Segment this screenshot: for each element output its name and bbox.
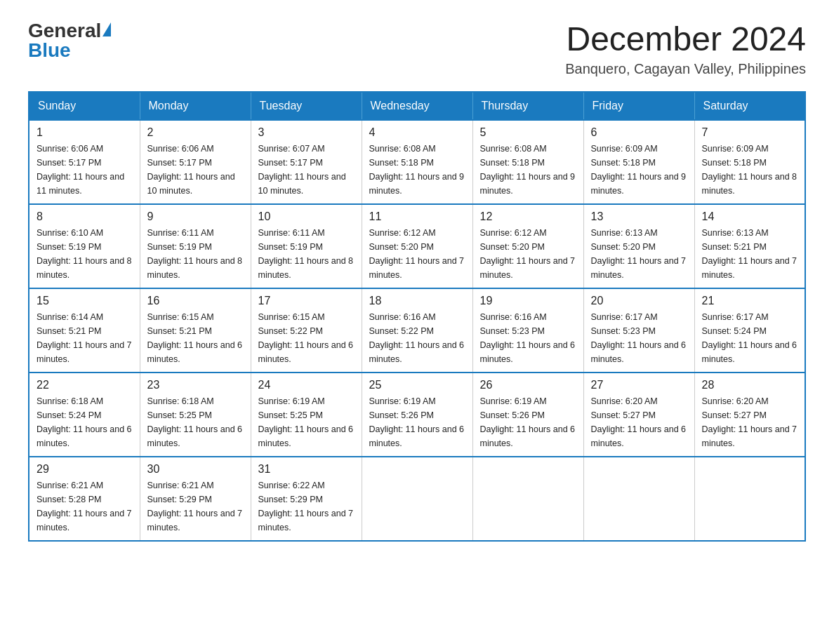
day-info: Sunrise: 6:06 AMSunset: 5:17 PMDaylight:… [37,142,133,198]
day-number: 2 [147,126,244,139]
month-title: December 2024 [565,21,806,58]
day-info: Sunrise: 6:09 AMSunset: 5:18 PMDaylight:… [591,142,687,198]
day-info: Sunrise: 6:15 AMSunset: 5:22 PMDaylight:… [258,310,355,366]
day-cell: 19Sunrise: 6:16 AMSunset: 5:23 PMDayligh… [472,288,583,373]
day-info: Sunrise: 6:19 AMSunset: 5:26 PMDaylight:… [369,394,465,450]
day-info: Sunrise: 6:21 AMSunset: 5:29 PMDaylight:… [147,478,244,535]
day-info: Sunrise: 6:19 AMSunset: 5:25 PMDaylight:… [258,394,355,450]
day-number: 7 [702,126,798,139]
day-number: 23 [147,379,244,391]
day-cell: 15Sunrise: 6:14 AMSunset: 5:21 PMDayligh… [29,288,140,373]
day-number: 14 [702,210,798,223]
day-info: Sunrise: 6:20 AMSunset: 5:27 PMDaylight:… [591,394,687,450]
day-info: Sunrise: 6:17 AMSunset: 5:23 PMDaylight:… [591,310,687,366]
day-cell: 10Sunrise: 6:11 AMSunset: 5:19 PMDayligh… [251,204,362,288]
day-number: 5 [480,126,576,139]
day-cell [583,457,694,541]
day-cell: 29Sunrise: 6:21 AMSunset: 5:28 PMDayligh… [29,457,140,541]
day-info: Sunrise: 6:06 AMSunset: 5:17 PMDaylight:… [147,142,244,198]
page-header: General Blue December 2024 Banquero, Cag… [28,21,806,77]
header-cell-friday: Friday [583,92,694,120]
day-info: Sunrise: 6:13 AMSunset: 5:20 PMDaylight:… [591,226,687,282]
day-cell: 23Sunrise: 6:18 AMSunset: 5:25 PMDayligh… [140,373,251,457]
day-cell [472,457,583,541]
day-cell: 27Sunrise: 6:20 AMSunset: 5:27 PMDayligh… [583,373,694,457]
day-cell: 20Sunrise: 6:17 AMSunset: 5:23 PMDayligh… [583,288,694,373]
day-cell: 21Sunrise: 6:17 AMSunset: 5:24 PMDayligh… [694,288,805,373]
logo-general-text: General [28,21,101,41]
day-number: 11 [369,210,465,223]
logo-box: General Blue [28,21,111,60]
week-row-2: 8Sunrise: 6:10 AMSunset: 5:19 PMDaylight… [29,204,805,288]
day-cell: 1Sunrise: 6:06 AMSunset: 5:17 PMDaylight… [29,120,140,204]
day-info: Sunrise: 6:14 AMSunset: 5:21 PMDaylight:… [37,310,133,366]
day-cell: 3Sunrise: 6:07 AMSunset: 5:17 PMDaylight… [251,120,362,204]
week-row-3: 15Sunrise: 6:14 AMSunset: 5:21 PMDayligh… [29,288,805,373]
header-cell-thursday: Thursday [472,92,583,120]
day-number: 27 [591,379,687,391]
week-row-1: 1Sunrise: 6:06 AMSunset: 5:17 PMDaylight… [29,120,805,204]
day-cell: 11Sunrise: 6:12 AMSunset: 5:20 PMDayligh… [362,204,472,288]
logo-triangle-icon [102,22,111,36]
day-cell: 18Sunrise: 6:16 AMSunset: 5:22 PMDayligh… [362,288,472,373]
day-info: Sunrise: 6:15 AMSunset: 5:21 PMDaylight:… [147,310,244,366]
day-info: Sunrise: 6:13 AMSunset: 5:21 PMDaylight:… [702,226,798,282]
day-info: Sunrise: 6:22 AMSunset: 5:29 PMDaylight:… [258,478,355,535]
day-cell: 8Sunrise: 6:10 AMSunset: 5:19 PMDaylight… [29,204,140,288]
header-cell-saturday: Saturday [694,92,805,120]
day-cell: 4Sunrise: 6:08 AMSunset: 5:18 PMDaylight… [362,120,472,204]
day-cell: 6Sunrise: 6:09 AMSunset: 5:18 PMDaylight… [583,120,694,204]
day-cell: 16Sunrise: 6:15 AMSunset: 5:21 PMDayligh… [140,288,251,373]
day-number: 21 [702,295,798,307]
day-number: 15 [37,295,133,307]
day-info: Sunrise: 6:16 AMSunset: 5:22 PMDaylight:… [369,310,465,366]
day-number: 13 [591,210,687,223]
day-number: 26 [480,379,576,391]
header-cell-wednesday: Wednesday [362,92,472,120]
day-cell: 17Sunrise: 6:15 AMSunset: 5:22 PMDayligh… [251,288,362,373]
day-number: 12 [480,210,576,223]
logo-row: General [28,21,111,41]
header-cell-sunday: Sunday [29,92,140,120]
day-number: 9 [147,210,244,223]
day-cell [362,457,472,541]
calendar-table: SundayMondayTuesdayWednesdayThursdayFrid… [28,91,806,542]
day-cell: 22Sunrise: 6:18 AMSunset: 5:24 PMDayligh… [29,373,140,457]
day-info: Sunrise: 6:10 AMSunset: 5:19 PMDaylight:… [37,226,133,282]
day-number: 3 [258,126,355,139]
day-number: 20 [591,295,687,307]
day-info: Sunrise: 6:11 AMSunset: 5:19 PMDaylight:… [147,226,244,282]
day-number: 4 [369,126,465,139]
day-number: 30 [147,463,244,476]
logo-blue-text: Blue [28,41,111,60]
day-info: Sunrise: 6:12 AMSunset: 5:20 PMDaylight:… [369,226,465,282]
day-cell [694,457,805,541]
day-info: Sunrise: 6:08 AMSunset: 5:18 PMDaylight:… [480,142,576,198]
header-cell-monday: Monday [140,92,251,120]
day-number: 10 [258,210,355,223]
day-number: 28 [702,379,798,391]
day-cell: 5Sunrise: 6:08 AMSunset: 5:18 PMDaylight… [472,120,583,204]
day-number: 8 [37,210,133,223]
day-cell: 9Sunrise: 6:11 AMSunset: 5:19 PMDaylight… [140,204,251,288]
day-cell: 25Sunrise: 6:19 AMSunset: 5:26 PMDayligh… [362,373,472,457]
day-info: Sunrise: 6:21 AMSunset: 5:28 PMDaylight:… [37,478,133,535]
day-cell: 30Sunrise: 6:21 AMSunset: 5:29 PMDayligh… [140,457,251,541]
day-number: 6 [591,126,687,139]
calendar-header: SundayMondayTuesdayWednesdayThursdayFrid… [29,92,805,120]
day-info: Sunrise: 6:09 AMSunset: 5:18 PMDaylight:… [702,142,798,198]
day-cell: 26Sunrise: 6:19 AMSunset: 5:26 PMDayligh… [472,373,583,457]
day-info: Sunrise: 6:18 AMSunset: 5:25 PMDaylight:… [147,394,244,450]
day-cell: 12Sunrise: 6:12 AMSunset: 5:20 PMDayligh… [472,204,583,288]
day-info: Sunrise: 6:17 AMSunset: 5:24 PMDaylight:… [702,310,798,366]
day-cell: 24Sunrise: 6:19 AMSunset: 5:25 PMDayligh… [251,373,362,457]
week-row-5: 29Sunrise: 6:21 AMSunset: 5:28 PMDayligh… [29,457,805,541]
day-cell: 28Sunrise: 6:20 AMSunset: 5:27 PMDayligh… [694,373,805,457]
day-number: 22 [37,379,133,391]
day-info: Sunrise: 6:12 AMSunset: 5:20 PMDaylight:… [480,226,576,282]
header-cell-tuesday: Tuesday [251,92,362,120]
day-number: 29 [37,463,133,476]
location-subtitle: Banquero, Cagayan Valley, Philippines [565,61,806,77]
day-number: 25 [369,379,465,391]
day-number: 31 [258,463,355,476]
